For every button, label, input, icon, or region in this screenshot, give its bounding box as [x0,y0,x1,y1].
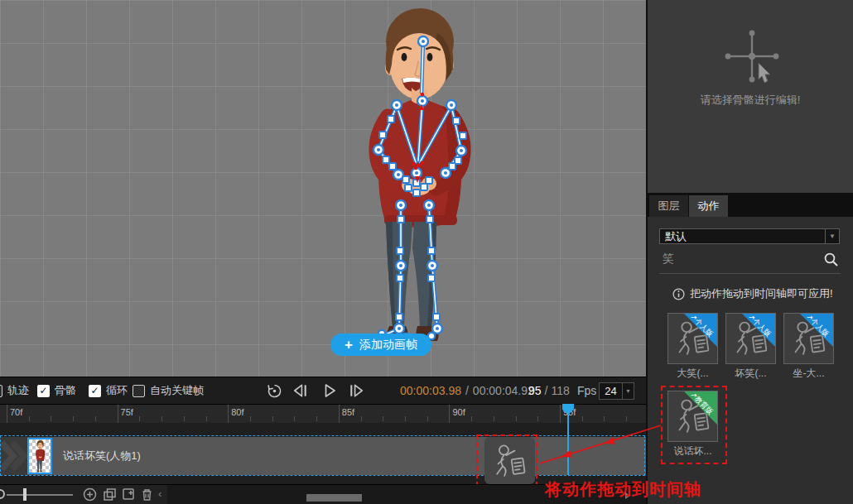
current-time: 00:00:03.98 [400,384,461,397]
playhead-line [567,414,569,475]
ruler-tick [250,416,251,421]
toggle-label: 骨骼 [55,383,76,398]
checkbox-轨迹[interactable] [0,385,2,397]
action-category-dropdown[interactable]: 默认 ▼ [659,228,840,244]
ruler-tick [537,416,538,421]
bone-crosshair-icon [709,22,795,91]
drop-target-outline [476,434,537,487]
scrollbar-thumb[interactable] [306,494,362,502]
total-frames: 118 [551,384,569,397]
action-label: 坏笑(... [725,367,776,381]
ruler-tick [471,416,472,421]
ruler-tick [95,416,96,421]
replay-button[interactable] [267,383,282,399]
character-figure[interactable] [356,0,480,348]
checkbox-骨骼[interactable]: ✓ [37,385,50,397]
action-item[interactable]: ↗个人版坐-大... [783,313,834,381]
ruler-tick [626,416,627,421]
search-input[interactable] [661,252,813,266]
next-frame-button[interactable] [348,383,365,398]
fps-dropdown[interactable]: 24 ▼ [599,382,634,400]
select-bone-placeholder: 请选择骨骼进行编辑! [648,93,853,108]
track-thumbnail[interactable] [27,438,52,474]
action-item[interactable]: ↗教育版说话坏... [667,391,718,458]
total-time: 00:00:04.92 [473,384,534,397]
toggle-label: 轨迹 [7,383,29,398]
right-panel: 请选择骨骼进行编辑! 图层动作 默认 ▼ [646,0,853,504]
action-item[interactable]: ↗个人版大笑(... [667,313,718,381]
edition-ribbon [742,314,775,347]
track-label: 说话坏笑(人物1) [63,437,141,475]
toggle-label: 循环 [106,383,128,398]
ruler-tick [184,416,185,421]
frame-separator: / [545,384,548,397]
toggle-自动关键帧: 自动关键帧 [133,377,204,404]
checkbox-循环[interactable]: ✓ [89,385,101,397]
timeline-tracks: 说话坏笑(人物1) [0,423,646,484]
stage-canvas[interactable]: + 添加动画帧 [0,0,646,377]
playback-toolbar: 00:00:03.98 / 00:00:04.92 95 / 118 Fps 2… [0,377,646,404]
zoom-add-icon[interactable] [83,487,97,502]
fps-value: 24 [600,383,622,399]
ruler-tick [161,416,162,421]
action-item[interactable]: ↗个人版坏笑(... [725,313,776,381]
checkbox-自动关键帧[interactable] [133,385,145,397]
ruler-tick [294,416,295,421]
ruler-tick [73,416,74,421]
frame-counter: 95 / 118 [528,377,570,404]
info-icon [672,288,685,300]
toggle-轨迹: 轨迹 [0,377,29,404]
add-frame-icon[interactable] [122,487,136,502]
annotation-text: 将动作拖动到时间轴 [545,478,701,501]
action-label: 说话坏... [667,444,718,458]
edition-ribbon [684,391,717,425]
ruler-tick [449,405,450,423]
ruler-tick [560,405,561,423]
ruler-tick [228,405,229,423]
action-thumbnail[interactable]: ↗个人版 [667,313,718,364]
toggle-label: 自动关键帧 [150,383,204,398]
add-animation-frame-label: 添加动画帧 [359,338,417,353]
ruler-tick [206,416,207,421]
timeline-ruler[interactable]: 70f75f80f85f90f95f [0,404,646,423]
time-separator: / [465,384,469,397]
ruler-tick [272,416,273,421]
duplicate-frame-icon[interactable] [103,487,117,502]
panel-tabs: 图层动作 [648,193,853,217]
highlighted-action-outline: ↗教育版说话坏... [661,386,727,464]
track-collapse-chevrons[interactable] [0,437,27,475]
ruler-tick [51,416,51,421]
plus-icon: + [345,338,353,352]
ruler-tick [427,416,428,421]
toggle-循环: ✓循环 [89,377,128,404]
tab-actions[interactable]: 动作 [689,195,728,217]
ruler-tick [494,416,494,421]
chevron-down-icon[interactable]: ▼ [825,229,839,243]
zoom-slider-handle[interactable] [23,488,27,501]
previous-frame-button[interactable] [292,383,309,398]
edition-ribbon [800,314,833,347]
tab-layers[interactable]: 图层 [649,195,688,217]
ruler-tick [361,416,362,421]
ruler-tick [316,416,317,421]
search-icon[interactable] [823,252,839,267]
play-button[interactable] [322,383,337,398]
scroll-left-chevron[interactable]: ‹ [158,487,161,500]
add-animation-frame-button[interactable]: + 添加动画帧 [330,334,431,356]
action-category-value: 默认 [665,230,687,242]
cursor-arrow-icon [759,63,770,83]
action-thumbnail[interactable]: ↗个人版 [725,313,776,364]
ruler-tick [7,405,7,423]
action-thumbnail[interactable]: ↗教育版 [667,391,718,442]
action-search [659,250,841,271]
drag-hint-text: 把动作拖动到时间轴即可应用! [690,286,833,301]
animation-editor-app: + 添加动画帧 请选择骨骼进行编辑! 图层动作 [0,0,853,504]
ruler-tick [604,416,605,421]
chevron-down-icon: ▼ [622,383,634,399]
zoom-slider[interactable] [7,494,73,496]
hint-row: 把动作拖动到时间轴即可应用! [672,286,833,301]
delete-frame-icon[interactable] [140,487,154,502]
ruler-tick [516,416,517,421]
action-thumbnail[interactable]: ↗个人版 [783,313,834,364]
zoom-slider-end [0,489,5,499]
